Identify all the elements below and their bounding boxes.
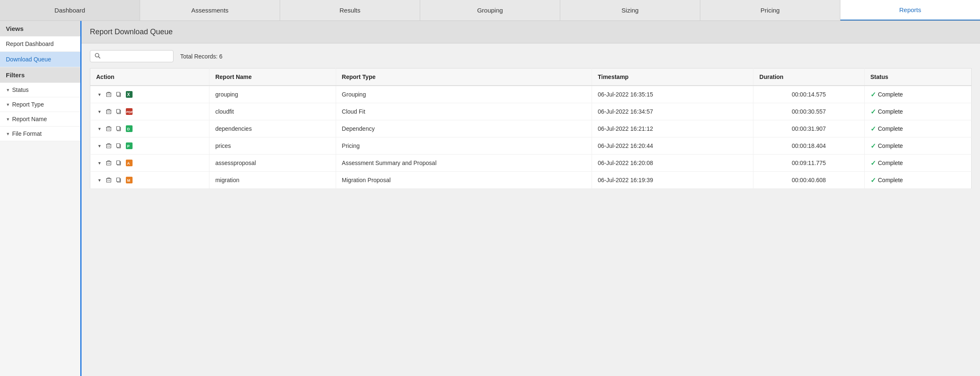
svg-text:M: M	[127, 178, 130, 183]
search-box[interactable]	[90, 50, 174, 62]
action-delete-4[interactable]	[105, 159, 113, 167]
svg-text:D: D	[127, 127, 130, 131]
svg-rect-57	[107, 179, 111, 183]
action-chevron-5[interactable]: ▼	[96, 177, 103, 183]
svg-rect-43	[117, 144, 120, 147]
status-cell-2: ✓ Complete	[864, 120, 971, 137]
action-chevron-3[interactable]: ▼	[96, 143, 103, 149]
report-name-cell-0: grouping	[209, 86, 336, 103]
nav-tab-reports[interactable]: Reports	[840, 0, 980, 20]
col-header-timestamp: Timestamp	[592, 69, 753, 86]
check-icon-4: ✓	[870, 159, 876, 167]
action-file-5[interactable]: M	[125, 176, 134, 184]
status-label-0: Complete	[878, 91, 903, 98]
timestamp-cell-0: 06-Jul-2022 16:35:15	[592, 86, 753, 103]
col-header-report-name: Report Name	[209, 69, 336, 86]
filter-status-arrow: ▼	[6, 88, 10, 92]
search-icon	[94, 53, 100, 60]
filter-report-type-label: Report Type	[12, 101, 44, 108]
action-chevron-4[interactable]: ▼	[96, 160, 103, 166]
report-name-cell-4: assessproposal	[209, 155, 336, 172]
action-delete-1[interactable]	[105, 108, 113, 115]
svg-rect-2	[107, 93, 111, 97]
filter-report-type[interactable]: ▼ Report Type	[0, 97, 80, 112]
action-copy-1[interactable]	[115, 108, 123, 115]
action-file-4[interactable]: A	[125, 159, 134, 167]
duration-cell-1: 00:00:30.557	[753, 103, 864, 120]
table-row: ▼	[90, 120, 972, 137]
col-header-action: Action	[90, 69, 209, 86]
sidebar-item-report-dashboard[interactable]: Report Dashboard	[0, 36, 80, 52]
action-cell-4: ▼	[90, 155, 209, 172]
nav-tab-pricing[interactable]: Pricing	[700, 0, 840, 20]
col-header-report-type: Report Type	[336, 69, 592, 86]
status-label-5: Complete	[878, 177, 903, 183]
duration-cell-0: 00:00:14.575	[753, 86, 864, 103]
status-label-4: Complete	[878, 160, 903, 166]
action-cell-5: ▼	[90, 172, 209, 189]
report-type-cell-1: Cloud Fit	[336, 103, 592, 120]
content-body: Total Records: 6 Action Report Name Repo…	[82, 43, 980, 196]
report-name-cell-3: prices	[209, 137, 336, 155]
action-file-0[interactable]: X	[125, 90, 134, 99]
report-table: Action Report Name Report Type Timestamp…	[90, 68, 972, 189]
check-icon-1: ✓	[870, 108, 876, 116]
action-chevron-2[interactable]: ▼	[96, 126, 103, 132]
top-navigation: DashboardAssessmentsResultsGroupingSizin…	[0, 0, 980, 21]
nav-tab-dashboard[interactable]: Dashboard	[0, 0, 140, 20]
svg-rect-46	[107, 162, 111, 165]
filter-report-name-arrow: ▼	[6, 117, 10, 122]
action-chevron-1[interactable]: ▼	[96, 109, 103, 115]
action-copy-2[interactable]	[115, 125, 123, 132]
nav-tab-results[interactable]: Results	[280, 0, 420, 20]
status-cell-5: ✓ Complete	[864, 172, 971, 189]
col-header-duration: Duration	[753, 69, 864, 86]
duration-cell-3: 00:00:18.404	[753, 137, 864, 155]
table-row: ▼	[90, 155, 972, 172]
table-row: ▼	[90, 172, 972, 189]
action-copy-4[interactable]	[115, 159, 123, 167]
action-cell-1: ▼	[90, 103, 209, 120]
timestamp-cell-2: 06-Jul-2022 16:21:12	[592, 120, 753, 137]
action-file-2[interactable]: D	[125, 124, 134, 133]
filter-report-name-label: Report Name	[12, 116, 47, 122]
check-icon-5: ✓	[870, 176, 876, 184]
table-row: ▼	[90, 103, 972, 120]
table-header-row: Action Report Name Report Type Timestamp…	[90, 69, 972, 86]
filter-status[interactable]: ▼ Status	[0, 83, 80, 97]
search-row: Total Records: 6	[90, 50, 972, 62]
svg-line-1	[99, 57, 100, 58]
report-name-cell-2: dependencies	[209, 120, 336, 137]
duration-cell-5: 00:00:40.608	[753, 172, 864, 189]
check-icon-3: ✓	[870, 142, 876, 150]
action-file-1[interactable]: PDF	[125, 107, 134, 116]
nav-tab-grouping[interactable]: Grouping	[420, 0, 560, 20]
action-delete-3[interactable]	[105, 142, 113, 150]
report-name-cell-5: migration	[209, 172, 336, 189]
action-cell-0: ▼	[90, 86, 209, 103]
sidebar-item-download-queue[interactable]: Download Queue	[0, 52, 80, 67]
action-copy-3[interactable]	[115, 142, 123, 150]
svg-rect-10	[117, 92, 120, 96]
report-type-cell-4: Assessment Summary and Proposal	[336, 155, 592, 172]
action-chevron-0[interactable]: ▼	[96, 91, 103, 98]
action-delete-0[interactable]	[105, 91, 113, 98]
action-copy-5[interactable]	[115, 176, 123, 184]
table-row: ▼	[90, 137, 972, 155]
action-file-3[interactable]: P	[125, 142, 134, 150]
action-delete-5[interactable]	[105, 176, 113, 184]
action-delete-2[interactable]	[105, 125, 113, 132]
main-content: Report Download Queue Total Records: 6	[82, 21, 980, 376]
filter-status-label: Status	[12, 86, 29, 93]
svg-rect-13	[107, 110, 111, 114]
nav-tab-assessments[interactable]: Assessments	[140, 0, 280, 20]
svg-text:P: P	[127, 144, 130, 148]
nav-tab-sizing[interactable]: Sizing	[560, 0, 700, 20]
action-copy-0[interactable]	[115, 91, 123, 98]
search-input[interactable]	[102, 53, 169, 60]
action-cell-2: ▼	[90, 120, 209, 137]
filter-report-name[interactable]: ▼ Report Name	[0, 112, 80, 127]
filter-file-format[interactable]: ▼ File Format	[0, 127, 80, 141]
filter-file-format-label: File Format	[12, 130, 42, 137]
main-layout: Views Report Dashboard Download Queue Fi…	[0, 21, 980, 376]
